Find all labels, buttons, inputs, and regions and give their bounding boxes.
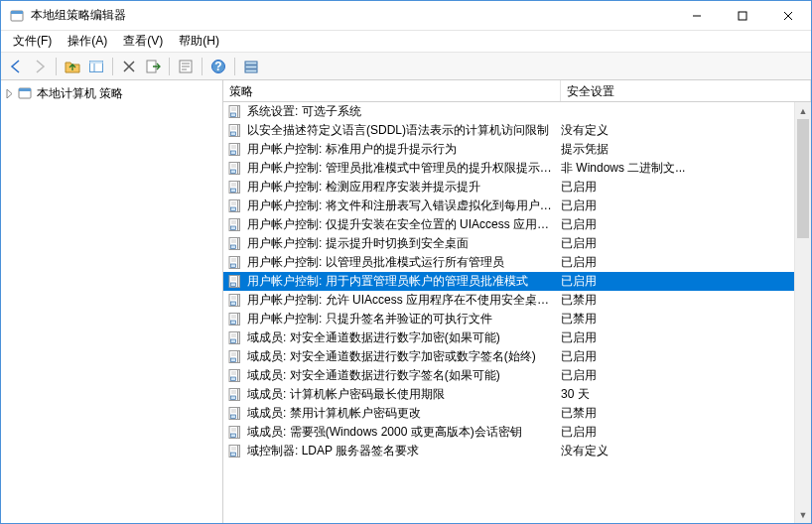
list-row[interactable]: 域成员: 禁用计算机帐户密码更改已禁用 — [223, 404, 811, 423]
policy-icon — [227, 406, 243, 422]
policy-icon — [227, 425, 243, 441]
policy-name: 用户帐户控制: 将文件和注册表写入错误虚拟化到每用户位置 — [247, 197, 561, 214]
policy-name: 域成员: 禁用计算机帐户密码更改 — [247, 405, 561, 422]
policy-icon — [227, 255, 243, 271]
minimize-button[interactable] — [674, 1, 720, 30]
policy-setting: 已启用 — [561, 348, 811, 365]
svg-rect-28 — [739, 12, 746, 20]
forward-button[interactable] — [29, 56, 51, 77]
policy-icon — [227, 444, 243, 459]
show-hide-tree-button[interactable] — [85, 56, 107, 77]
close-button[interactable] — [765, 1, 811, 30]
title-bar: 本地组策略编辑器 — [1, 1, 811, 31]
policy-icon — [227, 123, 243, 139]
policy-setting: 提示凭据 — [561, 141, 811, 158]
scroll-down-button[interactable]: ▼ — [795, 506, 811, 523]
policy-icon — [227, 274, 243, 290]
policy-name: 域成员: 对安全通道数据进行数字签名(如果可能) — [247, 367, 561, 384]
policy-name: 用户帐户控制: 提示提升时切换到安全桌面 — [247, 235, 561, 252]
policy-setting: 没有定义 — [561, 122, 811, 139]
export-list-button[interactable] — [142, 56, 164, 77]
toolbar — [1, 53, 811, 80]
policy-name: 用户帐户控制: 仅提升安装在安全位置的 UIAccess 应用程序 — [247, 216, 561, 233]
list-row[interactable]: 用户帐户控制: 只提升签名并验证的可执行文件已禁用 — [223, 310, 811, 328]
filter-button[interactable] — [240, 56, 262, 77]
menu-action[interactable]: 操作(A) — [60, 31, 115, 52]
toolbar-separator — [112, 58, 113, 75]
list-row[interactable]: 域成员: 需要强(Windows 2000 或更高版本)会话密钥已启用 — [223, 423, 811, 442]
policy-icon — [227, 349, 243, 365]
policy-setting: 已启用 — [561, 273, 811, 290]
policy-setting: 没有定义 — [561, 443, 811, 459]
policy-name: 用户帐户控制: 标准用户的提升提示行为 — [247, 141, 561, 158]
list-row[interactable]: 用户帐户控制: 允许 UIAccess 应用程序在不使用安全桌面...已禁用 — [223, 291, 811, 310]
help-button[interactable] — [207, 56, 229, 77]
policy-setting: 已禁用 — [561, 292, 811, 309]
policy-icon — [227, 180, 243, 196]
list-row[interactable]: 用户帐户控制: 提示提升时切换到安全桌面已启用 — [223, 234, 811, 253]
policy-icon — [227, 293, 243, 309]
policy-icon — [227, 236, 243, 252]
delete-button[interactable] — [118, 56, 140, 77]
toolbar-separator — [234, 58, 235, 75]
list-row[interactable]: 域控制器: LDAP 服务器签名要求没有定义 — [223, 442, 811, 460]
up-button[interactable] — [62, 56, 83, 77]
policy-name: 域成员: 需要强(Windows 2000 或更高版本)会话密钥 — [247, 424, 561, 441]
list-row[interactable]: 域成员: 计算机帐户密码最长使用期限30 天 — [223, 385, 811, 404]
policy-setting: 已启用 — [561, 329, 811, 346]
menu-help[interactable]: 帮助(H) — [171, 31, 227, 52]
policy-name: 系统设置: 可选子系统 — [247, 103, 561, 120]
policy-setting: 已禁用 — [561, 311, 811, 328]
toolbar-separator — [202, 58, 203, 75]
window-title: 本地组策略编辑器 — [31, 7, 674, 24]
menu-file[interactable]: 文件(F) — [5, 31, 60, 52]
policy-name: 用户帐户控制: 检测应用程序安装并提示提升 — [247, 179, 561, 196]
policy-name: 域控制器: LDAP 服务器签名要求 — [247, 443, 561, 459]
column-header-setting[interactable]: 安全设置 — [561, 80, 811, 101]
list-row[interactable]: 域成员: 对安全通道数据进行数字加密(如果可能)已启用 — [223, 328, 811, 347]
menu-view[interactable]: 查看(V) — [115, 31, 171, 52]
list-row[interactable]: 用户帐户控制: 用于内置管理员帐户的管理员批准模式已启用 — [223, 272, 811, 291]
scroll-up-button[interactable]: ▲ — [795, 102, 811, 119]
tree-pane[interactable]: 本地计算机 策略 — [1, 80, 223, 523]
app-icon — [9, 8, 25, 24]
policy-icon — [227, 198, 243, 214]
policy-setting: 已启用 — [561, 367, 811, 384]
policy-setting: 已启用 — [561, 235, 811, 252]
list-body[interactable]: 系统设置: 可选子系统以安全描述符定义语言(SDDL)语法表示的计算机访问限制没… — [223, 102, 811, 523]
list-row[interactable]: 用户帐户控制: 仅提升安装在安全位置的 UIAccess 应用程序已启用 — [223, 215, 811, 234]
policy-setting: 已启用 — [561, 216, 811, 233]
list-row[interactable]: 以安全描述符定义语言(SDDL)语法表示的计算机访问限制没有定义 — [223, 121, 811, 140]
policy-icon — [227, 217, 243, 233]
policy-name: 用户帐户控制: 允许 UIAccess 应用程序在不使用安全桌面... — [247, 292, 561, 309]
list-row[interactable]: 域成员: 对安全通道数据进行数字签名(如果可能)已启用 — [223, 366, 811, 385]
list-row[interactable]: 用户帐户控制: 管理员批准模式中管理员的提升权限提示的...非 Windows … — [223, 159, 811, 178]
list-row[interactable]: 用户帐户控制: 以管理员批准模式运行所有管理员已启用 — [223, 253, 811, 272]
list-row[interactable]: 用户帐户控制: 标准用户的提升提示行为提示凭据 — [223, 140, 811, 159]
policy-setting: 已禁用 — [561, 405, 811, 422]
policy-name: 用户帐户控制: 以管理员批准模式运行所有管理员 — [247, 254, 561, 271]
vertical-scrollbar[interactable]: ▲ ▼ — [794, 102, 811, 523]
policy-setting: 已启用 — [561, 424, 811, 441]
list-row[interactable]: 用户帐户控制: 检测应用程序安装并提示提升已启用 — [223, 178, 811, 196]
toolbar-separator — [169, 58, 170, 75]
maximize-button[interactable] — [720, 1, 765, 30]
list-row[interactable]: 系统设置: 可选子系统 — [223, 102, 811, 121]
policy-name: 域成员: 对安全通道数据进行数字加密或数字签名(始终) — [247, 348, 561, 365]
policy-name: 用户帐户控制: 管理员批准模式中管理员的提升权限提示的... — [247, 160, 561, 177]
expand-icon[interactable] — [3, 87, 15, 99]
list-row[interactable]: 域成员: 对安全通道数据进行数字加密或数字签名(始终)已启用 — [223, 347, 811, 366]
policy-setting: 30 天 — [561, 386, 811, 403]
policy-icon — [227, 312, 243, 328]
list-row[interactable]: 用户帐户控制: 将文件和注册表写入错误虚拟化到每用户位置已启用 — [223, 196, 811, 215]
back-button[interactable] — [5, 56, 27, 77]
properties-button[interactable] — [175, 56, 197, 77]
toolbar-separator — [56, 58, 57, 75]
policy-icon — [227, 161, 243, 177]
column-header-policy[interactable]: 策略 — [223, 80, 561, 101]
tree-item[interactable]: 本地计算机 策略 — [1, 84, 222, 102]
scroll-thumb[interactable] — [797, 119, 809, 238]
scroll-track[interactable] — [795, 119, 811, 506]
tree-item-icon — [17, 85, 33, 101]
policy-icon — [227, 387, 243, 403]
